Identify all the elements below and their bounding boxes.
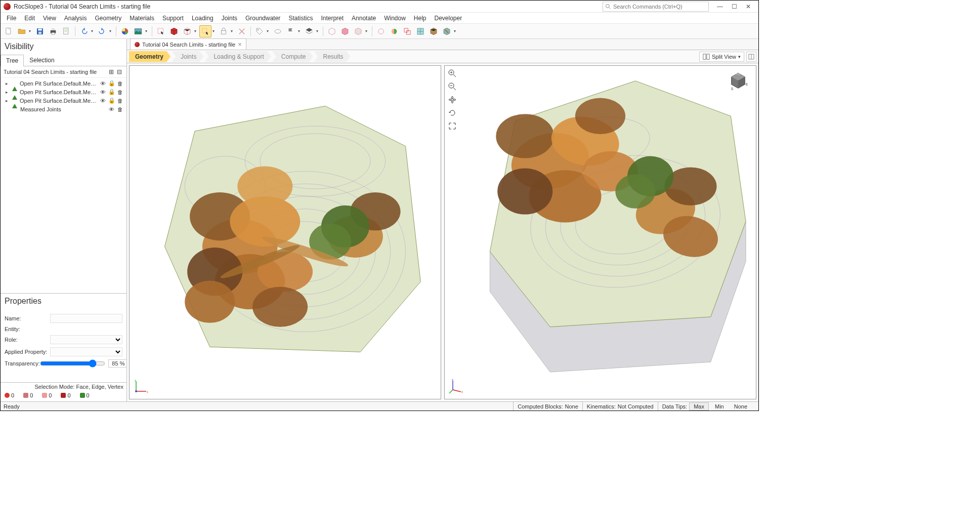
open-dropdown[interactable]: ▾ [29, 29, 33, 33]
prop-role-select[interactable] [50, 335, 122, 344]
tree-item[interactable]: Measured Joints 👁 🗑 [1, 105, 126, 113]
undo-dropdown[interactable]: ▾ [91, 29, 95, 33]
cube-wire-dropdown[interactable]: ▾ [194, 29, 198, 33]
tree-item[interactable]: ▸ Open Pit Surface.Default.Mesh_ext 👁 🔒 … [1, 88, 126, 96]
search-input[interactable] [613, 4, 706, 10]
cut-cube-dropdown[interactable]: ▾ [454, 29, 458, 33]
layers-button[interactable] [303, 25, 315, 37]
undo-button[interactable] [78, 25, 90, 37]
menu-materials[interactable]: Materials [125, 13, 158, 23]
circle-button[interactable] [375, 25, 387, 37]
menu-groundwater[interactable]: Groundwater [241, 13, 284, 23]
cube-pink-button[interactable] [339, 25, 351, 37]
menu-help[interactable]: Help [410, 13, 431, 23]
grid-button[interactable] [414, 25, 427, 37]
open-file-button[interactable] [16, 25, 28, 37]
menu-annotate[interactable]: Annotate [348, 13, 380, 23]
menu-statistics[interactable]: Statistics [284, 13, 317, 23]
menu-analysis[interactable]: Analysis [60, 13, 91, 23]
workflow-compute[interactable]: Compute [272, 51, 313, 62]
transparency-slider[interactable] [40, 359, 105, 367]
new-file-button[interactable] [3, 25, 15, 37]
menu-window[interactable]: Window [380, 13, 410, 23]
earth-cube-button[interactable] [428, 25, 440, 37]
workflow-results[interactable]: Results [314, 51, 351, 62]
command-search[interactable] [603, 2, 709, 12]
caret-icon[interactable]: ▸ [6, 90, 11, 95]
viewport-left[interactable]: x y [129, 65, 441, 399]
navigation-cube[interactable]: TOP S E [726, 69, 751, 94]
color-wheel-button[interactable] [119, 25, 131, 37]
lock-icon[interactable]: 🔒 [108, 80, 115, 87]
menu-developer[interactable]: Developer [431, 13, 466, 23]
caret-icon[interactable]: ▸ [6, 98, 11, 103]
workflow-loading-support[interactable]: Loading & Support [204, 51, 271, 62]
datatips-max[interactable]: Max [689, 402, 709, 411]
menu-loading[interactable]: Loading [188, 13, 218, 23]
eye-icon[interactable]: 👁 [100, 97, 106, 104]
close-button[interactable]: ✕ [741, 2, 755, 12]
tab-selection[interactable]: Selection [24, 54, 60, 66]
workflow-joints[interactable]: Joints [172, 51, 203, 62]
redo-dropdown[interactable]: ▾ [109, 29, 113, 33]
flag-dropdown[interactable]: ▾ [298, 29, 302, 33]
eye-icon[interactable]: 👁 [108, 106, 115, 112]
caret-icon[interactable]: ▸ [6, 81, 11, 86]
menu-support[interactable]: Support [158, 13, 188, 23]
save-button[interactable] [34, 25, 46, 37]
lock-icon[interactable]: 🔒 [108, 89, 115, 95]
menu-file[interactable]: File [3, 13, 20, 23]
prop-name-input[interactable] [50, 314, 122, 323]
cut-cube-button[interactable] [441, 25, 453, 37]
trash-icon[interactable]: 🗑 [117, 106, 123, 112]
box-select-button[interactable] [199, 25, 211, 37]
prop-applied-select[interactable] [50, 347, 122, 356]
workflow-geometry[interactable]: Geometry [129, 51, 171, 62]
cube-light-dropdown[interactable]: ▾ [365, 29, 369, 33]
image-dropdown[interactable]: ▾ [145, 29, 149, 33]
cube-red-button[interactable] [168, 25, 180, 37]
minimize-button[interactable]: — [713, 2, 727, 12]
menu-edit[interactable]: Edit [20, 13, 39, 23]
redo-button[interactable] [96, 25, 108, 37]
close-tab-icon[interactable]: × [238, 40, 242, 48]
expand-all-icon[interactable]: ⊞ [107, 68, 115, 76]
collapse-all-icon[interactable]: ⊟ [115, 68, 123, 76]
lock-icon[interactable]: 🔒 [108, 97, 115, 104]
viewport-right[interactable]: TOP S E x y z [444, 65, 756, 399]
document-tab[interactable]: Tutorial 04 Search Limits - starting fil… [130, 38, 246, 50]
menu-geometry[interactable]: Geometry [91, 13, 126, 23]
box-select-dropdown[interactable]: ▾ [212, 29, 217, 33]
eye-icon[interactable]: 👁 [100, 80, 106, 87]
tree-item[interactable]: ▸ Open Pit Surface.Default.Mesh_ext 👁 🔒 … [1, 96, 126, 105]
tab-tree[interactable]: Tree [1, 55, 24, 66]
eye-icon[interactable]: 👁 [100, 89, 106, 95]
tree-item[interactable]: ▸ Open Pit Surface.Default.Mesh_ext 👁 🔒 … [1, 79, 126, 88]
trash-icon[interactable]: 🗑 [117, 89, 123, 95]
tag-button[interactable] [253, 25, 266, 37]
datatips-none[interactable]: None [730, 403, 751, 410]
maximize-button[interactable]: ☐ [727, 2, 741, 12]
trash-icon[interactable]: 🗑 [117, 80, 123, 87]
tag-dropdown[interactable]: ▾ [267, 29, 271, 33]
select-button[interactable] [155, 25, 167, 37]
gradient-circle-button[interactable] [388, 25, 400, 37]
menu-interpret[interactable]: Interpret [317, 13, 348, 23]
ellipse-button[interactable] [272, 25, 284, 37]
view-mode-selector[interactable]: Split View ▾ [699, 52, 744, 62]
cube-light-button[interactable] [352, 25, 364, 37]
cube-wire-button[interactable] [181, 25, 193, 37]
hex-button[interactable] [326, 25, 338, 37]
trash-icon[interactable]: 🗑 [117, 97, 123, 104]
lock-dropdown[interactable]: ▾ [231, 29, 235, 33]
menu-joints[interactable]: Joints [218, 13, 241, 23]
overlap-button[interactable] [401, 25, 413, 37]
lock-button[interactable] [218, 25, 230, 37]
delete-button[interactable] [236, 25, 248, 37]
flag-button[interactable] [285, 25, 297, 37]
menu-view[interactable]: View [39, 13, 60, 23]
datatips-min[interactable]: Min [711, 403, 728, 410]
image-button[interactable] [132, 25, 144, 37]
print-button[interactable] [47, 25, 59, 37]
settings-button[interactable] [60, 25, 72, 37]
